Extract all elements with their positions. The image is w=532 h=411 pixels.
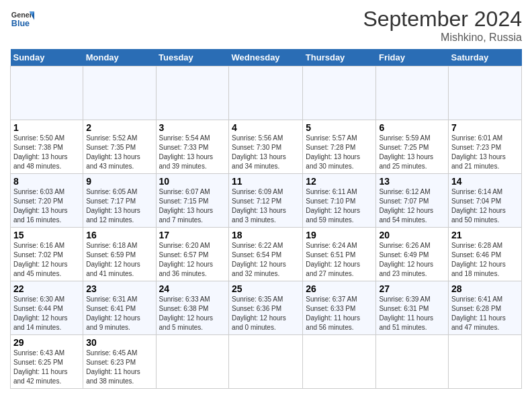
col-thursday: Thursday [303,49,376,66]
calendar-cell: 1Sunrise: 5:50 AMSunset: 7:38 PMDaylight… [11,120,83,174]
calendar-cell [229,335,303,389]
week-row-5: 29Sunrise: 6:43 AMSunset: 6:25 PMDayligh… [11,335,522,389]
calendar-cell: 7Sunrise: 6:01 AMSunset: 7:23 PMDaylight… [449,120,522,174]
day-info: Sunrise: 6:09 AMSunset: 7:12 PMDaylight:… [232,187,300,225]
calendar-cell [229,66,303,120]
day-info: Sunrise: 5:54 AMSunset: 7:33 PMDaylight:… [159,134,226,171]
day-number: 23 [86,283,152,294]
day-info: Sunrise: 5:56 AMSunset: 7:30 PMDaylight:… [232,134,300,171]
day-number: 29 [13,337,80,348]
day-info: Sunrise: 6:20 AMSunset: 6:57 PMDaylight:… [159,241,226,279]
calendar-cell: 2Sunrise: 5:52 AMSunset: 7:35 PMDaylight… [83,120,156,174]
day-number: 30 [86,337,152,348]
logo-icon: General Blue [10,7,34,31]
calendar-cell: 14Sunrise: 6:14 AMSunset: 7:04 PMDayligh… [449,174,522,228]
day-number: 7 [451,122,519,133]
col-sunday: Sunday [11,49,83,66]
day-number: 16 [86,230,152,240]
svg-text:Blue: Blue [11,19,30,28]
calendar-cell: 25Sunrise: 6:35 AMSunset: 6:36 PMDayligh… [229,281,303,335]
day-number: 28 [451,283,519,294]
calendar-cell [156,66,229,120]
calendar-cell: 29Sunrise: 6:43 AMSunset: 6:25 PMDayligh… [11,335,83,389]
col-monday: Monday [83,49,156,66]
day-info: Sunrise: 6:12 AMSunset: 7:07 PMDaylight:… [379,187,445,225]
day-info: Sunrise: 6:11 AMSunset: 7:10 PMDaylight:… [306,187,373,225]
day-number: 17 [159,230,226,240]
day-info: Sunrise: 6:35 AMSunset: 6:36 PMDaylight:… [232,295,300,332]
day-number: 18 [232,230,300,240]
day-info: Sunrise: 5:50 AMSunset: 7:38 PMDaylight:… [13,134,80,171]
day-info: Sunrise: 5:59 AMSunset: 7:25 PMDaylight:… [379,134,445,171]
calendar-cell: 16Sunrise: 6:18 AMSunset: 6:59 PMDayligh… [83,228,156,281]
day-number: 15 [13,230,80,240]
week-row-1: 1Sunrise: 5:50 AMSunset: 7:38 PMDaylight… [11,120,522,174]
calendar-table: Sunday Monday Tuesday Wednesday Thursday… [10,49,522,389]
calendar-cell: 18Sunrise: 6:22 AMSunset: 6:54 PMDayligh… [229,228,303,281]
day-info: Sunrise: 5:57 AMSunset: 7:28 PMDaylight:… [306,134,373,171]
day-info: Sunrise: 6:43 AMSunset: 6:25 PMDaylight:… [13,349,80,386]
day-info: Sunrise: 6:33 AMSunset: 6:38 PMDaylight:… [159,295,226,332]
month-title: September 2024 [363,7,522,32]
calendar-cell [376,335,449,389]
calendar-cell: 28Sunrise: 6:41 AMSunset: 6:28 PMDayligh… [449,281,522,335]
calendar-cell: 5Sunrise: 5:57 AMSunset: 7:28 PMDaylight… [303,120,376,174]
calendar-cell [303,66,376,120]
calendar-cell [11,66,83,120]
calendar-cell: 8Sunrise: 6:03 AMSunset: 7:20 PMDaylight… [11,174,83,228]
day-info: Sunrise: 6:01 AMSunset: 7:23 PMDaylight:… [451,134,519,171]
calendar-cell: 17Sunrise: 6:20 AMSunset: 6:57 PMDayligh… [156,228,229,281]
calendar-cell: 22Sunrise: 6:30 AMSunset: 6:44 PMDayligh… [11,281,83,335]
day-number: 9 [86,176,152,187]
calendar-cell: 30Sunrise: 6:45 AMSunset: 6:23 PMDayligh… [83,335,156,389]
day-info: Sunrise: 6:30 AMSunset: 6:44 PMDaylight:… [13,295,80,332]
logo: General Blue [10,7,34,31]
day-info: Sunrise: 6:05 AMSunset: 7:17 PMDaylight:… [86,187,152,225]
day-number: 3 [159,122,226,133]
day-number: 14 [451,176,519,187]
calendar-cell [303,335,376,389]
week-row-4: 22Sunrise: 6:30 AMSunset: 6:44 PMDayligh… [11,281,522,335]
day-number: 22 [13,283,80,294]
day-number: 8 [13,176,80,187]
day-info: Sunrise: 6:03 AMSunset: 7:20 PMDaylight:… [13,187,80,225]
day-number: 4 [232,122,300,133]
day-number: 27 [379,283,445,294]
calendar-cell [156,335,229,389]
calendar-cell [376,66,449,120]
day-info: Sunrise: 6:22 AMSunset: 6:54 PMDaylight:… [232,241,300,279]
calendar-cell: 26Sunrise: 6:37 AMSunset: 6:33 PMDayligh… [303,281,376,335]
calendar-cell: 21Sunrise: 6:28 AMSunset: 6:46 PMDayligh… [449,228,522,281]
title-block: September 2024 Mishkino, Russia [363,7,522,44]
calendar-cell: 15Sunrise: 6:16 AMSunset: 7:02 PMDayligh… [11,228,83,281]
day-info: Sunrise: 6:39 AMSunset: 6:31 PMDaylight:… [379,295,445,332]
calendar-cell: 23Sunrise: 6:31 AMSunset: 6:41 PMDayligh… [83,281,156,335]
calendar-cell: 3Sunrise: 5:54 AMSunset: 7:33 PMDaylight… [156,120,229,174]
day-info: Sunrise: 6:45 AMSunset: 6:23 PMDaylight:… [86,349,152,386]
calendar-cell [449,66,522,120]
calendar-cell: 10Sunrise: 6:07 AMSunset: 7:15 PMDayligh… [156,174,229,228]
day-number: 24 [159,283,226,294]
col-saturday: Saturday [449,49,522,66]
day-info: Sunrise: 6:18 AMSunset: 6:59 PMDaylight:… [86,241,152,279]
day-info: Sunrise: 6:07 AMSunset: 7:15 PMDaylight:… [159,187,226,225]
day-number: 13 [379,176,445,187]
day-number: 5 [306,122,373,133]
day-number: 10 [159,176,226,187]
calendar-cell: 12Sunrise: 6:11 AMSunset: 7:10 PMDayligh… [303,174,376,228]
day-number: 12 [306,176,373,187]
day-number: 26 [306,283,373,294]
day-number: 25 [232,283,300,294]
day-info: Sunrise: 6:37 AMSunset: 6:33 PMDaylight:… [306,295,373,332]
calendar-cell [449,335,522,389]
location: Mishkino, Russia [363,32,522,44]
day-number: 1 [13,122,80,133]
day-number: 20 [379,230,445,240]
page-header: General Blue September 2024 Mishkino, Ru… [10,7,522,44]
day-info: Sunrise: 6:14 AMSunset: 7:04 PMDaylight:… [451,187,519,225]
day-number: 2 [86,122,152,133]
day-number: 21 [451,230,519,240]
calendar-cell: 24Sunrise: 6:33 AMSunset: 6:38 PMDayligh… [156,281,229,335]
col-friday: Friday [376,49,449,66]
calendar-cell: 9Sunrise: 6:05 AMSunset: 7:17 PMDaylight… [83,174,156,228]
